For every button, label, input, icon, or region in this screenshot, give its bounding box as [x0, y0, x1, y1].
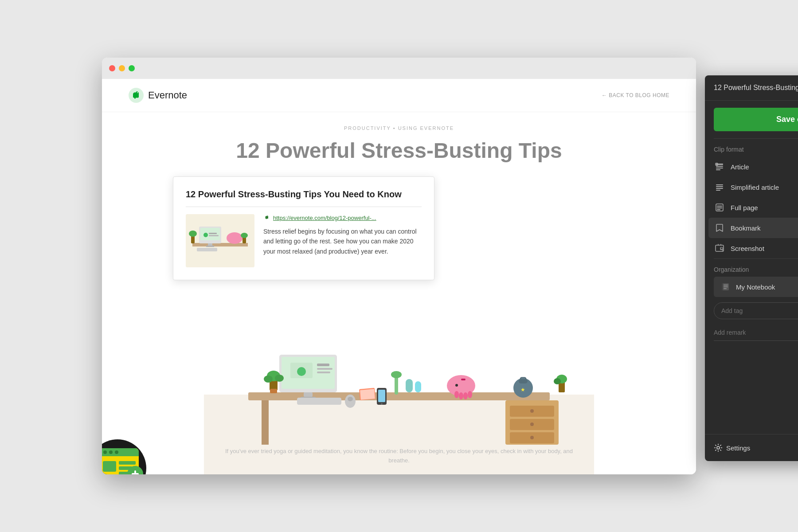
simplified-article-icon: [715, 182, 724, 192]
svg-point-57: [203, 233, 208, 237]
svg-point-48: [381, 403, 383, 405]
remark-input[interactable]: [714, 325, 798, 341]
back-link[interactable]: ← BACK TO BLOG HOME: [602, 92, 669, 98]
svg-point-38: [554, 378, 561, 384]
evernote-logo-icon: [129, 88, 144, 103]
format-label-simplified: Simplified article: [731, 184, 779, 191]
format-item-left-full-page: Full page: [715, 203, 758, 212]
svg-rect-61: [206, 246, 214, 247]
format-item-full-page[interactable]: Full page: [708, 197, 798, 218]
svg-point-26: [463, 392, 468, 399]
notebook-icon: [721, 282, 731, 292]
evernote-hero: PRODUCTIVITY • USING EVERNOTE 12 Powerfu…: [102, 112, 696, 164]
gear-icon: [714, 443, 723, 452]
article-body-text: If you've ever tried yoga or guided medi…: [221, 447, 577, 466]
bookmark-card-title: 12 Powerful Stress-Busting Tips You Need…: [186, 189, 422, 207]
svg-rect-50: [415, 381, 421, 392]
svg-point-21: [348, 397, 353, 401]
svg-rect-98: [716, 245, 724, 251]
bookmark-thumbnail: [186, 214, 254, 267]
format-item-simplified-article[interactable]: Simplified article: [708, 177, 798, 197]
svg-point-41: [530, 409, 534, 413]
svg-point-27: [468, 391, 472, 398]
screenshot-icon: [715, 243, 724, 253]
svg-rect-54: [192, 243, 248, 246]
svg-rect-90: [716, 184, 723, 185]
evernote-brand-name: Evernote: [148, 90, 187, 101]
organization-label: Organization: [705, 259, 798, 277]
svg-point-105: [717, 446, 720, 449]
svg-point-45: [530, 436, 534, 439]
svg-point-16: [264, 376, 273, 383]
svg-rect-101: [724, 285, 728, 286]
settings-label: Settings: [726, 444, 750, 452]
panel-footer: Settings J: [705, 434, 798, 461]
svg-rect-82: [134, 470, 136, 474]
svg-rect-49: [406, 379, 413, 392]
evernote-logo: Evernote: [129, 88, 187, 103]
svg-rect-104: [722, 283, 723, 290]
format-item-left-article: Article: [715, 162, 749, 172]
bookmark-preview-card: 12 Powerful Stress-Busting Tips You Need…: [173, 176, 434, 280]
svg-rect-2: [248, 392, 550, 400]
bookmark-card-body: https://evernote.com/blog/12-powerful-..…: [186, 214, 422, 267]
org-section: My Notebook: [705, 277, 798, 346]
svg-rect-12: [304, 392, 313, 397]
extension-icon: [102, 415, 164, 474]
settings-button[interactable]: Settings: [714, 443, 750, 452]
page-content: Evernote ← BACK TO BLOG HOME PRODUCTIVIT…: [102, 79, 696, 474]
hero-title: 12 Powerful Stress-Busting Tips: [129, 138, 669, 164]
format-item-left-bookmark: Bookmark: [715, 223, 761, 233]
svg-rect-92: [716, 188, 723, 189]
article-icon: [715, 162, 724, 172]
notebook-select[interactable]: My Notebook: [714, 277, 798, 297]
svg-rect-72: [102, 452, 139, 456]
svg-rect-3: [262, 400, 269, 445]
bookmark-url-text: https://evernote.com/blog/12-powerful-..…: [273, 215, 376, 221]
svg-rect-60: [208, 243, 212, 246]
bookmark-url[interactable]: https://evernote.com/blog/12-powerful-..…: [263, 214, 422, 221]
save-clip-button[interactable]: Save clip: [714, 108, 798, 131]
tag-input[interactable]: [714, 302, 798, 319]
svg-rect-58: [209, 233, 217, 234]
svg-point-74: [109, 450, 113, 454]
format-item-article[interactable]: Article: [708, 156, 798, 177]
format-label-article: Article: [731, 163, 749, 171]
svg-point-68: [241, 233, 248, 238]
svg-rect-59: [209, 235, 219, 236]
format-label-screenshot: Screenshot: [731, 245, 764, 252]
svg-rect-19: [297, 398, 341, 405]
svg-rect-8: [317, 364, 329, 366]
svg-rect-76: [103, 461, 116, 472]
bookmark-description: Stress relief begins by focusing on what…: [263, 227, 422, 256]
svg-point-11: [297, 367, 306, 376]
maximize-button[interactable]: [129, 65, 135, 71]
svg-rect-102: [724, 286, 728, 287]
svg-point-17: [275, 375, 284, 382]
minimize-button[interactable]: [119, 65, 125, 71]
svg-point-24: [454, 391, 459, 398]
svg-rect-18: [270, 389, 277, 393]
svg-rect-29: [461, 379, 466, 380]
svg-rect-10: [317, 372, 330, 373]
format-item-screenshot[interactable]: Screenshot: [708, 238, 798, 258]
bookmark-icon: [715, 223, 724, 233]
evernote-nav: Evernote ← BACK TO BLOG HOME: [102, 79, 696, 112]
format-item-bookmark[interactable]: Bookmark ✓: [708, 218, 798, 238]
svg-point-73: [103, 450, 107, 454]
svg-point-35: [391, 371, 402, 378]
browser-window: Evernote ← BACK TO BLOG HOME PRODUCTIVIT…: [102, 58, 696, 474]
svg-point-75: [115, 450, 118, 454]
bookmark-info: https://evernote.com/blog/12-powerful-..…: [263, 214, 422, 256]
close-button[interactable]: [109, 65, 115, 71]
svg-rect-97: [717, 209, 720, 210]
svg-rect-47: [378, 390, 385, 402]
svg-rect-77: [119, 461, 136, 465]
svg-rect-52: [360, 389, 375, 400]
notebook-name: My Notebook: [736, 283, 775, 291]
svg-rect-32: [520, 378, 526, 381]
clipper-panel: 12 Powerful Stress-Busting ...: [705, 75, 798, 461]
svg-rect-85: [716, 164, 723, 165]
panel-header: 12 Powerful Stress-Busting ...: [705, 75, 798, 101]
svg-point-43: [530, 422, 534, 426]
